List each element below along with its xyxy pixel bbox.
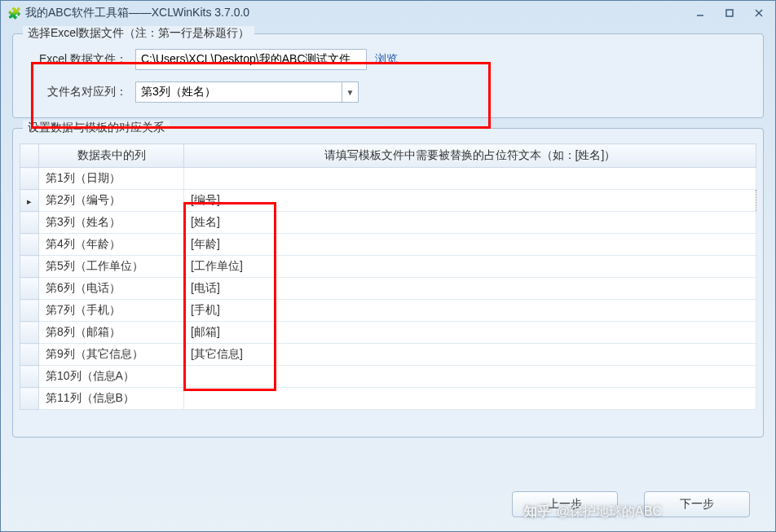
svg-rect-1 [726,10,733,16]
row-indicator-cell [20,212,39,234]
row-indicator-cell [20,278,39,300]
col-name-cell: 第9列（其它信息） [39,344,184,366]
col-name-cell: 第11列（信息B） [39,388,184,410]
placeholder-cell[interactable]: [手机] [184,300,756,322]
app-window: 🧩 我的ABC软件工具箱——XCLWinKits 3.7.0.0 选择Excel… [0,0,776,532]
col-header-placeholder: 请填写模板文件中需要被替换的占位符文本（如：[姓名]） [184,144,756,168]
table-row[interactable]: 第9列（其它信息）[其它信息] [20,344,756,366]
minimize-button[interactable] [690,6,710,20]
filename-column-value: 第3列（姓名） [135,81,342,103]
row-indicator-cell [20,366,39,388]
filename-column-label: 文件名对应列： [28,85,135,99]
mapping-group: 设置数据与模板的对应关系 数据表中的列 请填写模板文件中需要被替换的占位符文本（… [12,128,764,437]
col-name-cell: 第8列（邮箱） [39,322,184,344]
row-indicator-cell [20,388,39,410]
next-button[interactable]: 下一步 [644,491,750,517]
row-indicator-cell [20,168,39,190]
table-row[interactable]: 第1列（日期） [20,168,756,190]
row-indicator-cell [20,344,39,366]
col-name-cell: 第5列（工作单位） [39,256,184,278]
row-header-col [20,144,39,168]
table-row[interactable]: 第5列（工作单位）[工作单位] [20,256,756,278]
mapping-table: 数据表中的列 请填写模板文件中需要被替换的占位符文本（如：[姓名]） 第1列（日… [20,143,756,410]
window-controls [690,6,769,20]
browse-link[interactable]: 浏览 [375,52,398,67]
placeholder-cell[interactable]: [工作单位] [184,256,756,278]
table-row[interactable]: ▸第2列（编号）[编号] [20,190,756,212]
col-name-cell: 第7列（手机） [39,300,184,322]
row-indicator-cell [20,300,39,322]
col-name-cell: 第1列（日期） [39,168,184,190]
excel-group-title: 选择Excel数据文件（注：第一行是标题行） [23,26,254,41]
content-area: 选择Excel数据文件（注：第一行是标题行） Excel 数据文件： 浏览 文件… [1,25,775,455]
table-row[interactable]: 第8列（邮箱）[邮箱] [20,322,756,344]
filename-column-row: 文件名对应列： 第3列（姓名） ▼ [28,81,748,103]
chevron-down-icon[interactable]: ▼ [342,81,359,103]
row-indicator-icon: ▸ [27,196,32,206]
mapping-group-title: 设置数据与模板的对应关系 [23,121,170,135]
placeholder-cell[interactable]: [邮箱] [184,322,756,344]
col-name-cell: 第6列（电话） [39,278,184,300]
excel-file-label: Excel 数据文件： [28,52,135,67]
col-name-cell: 第3列（姓名） [39,212,184,234]
row-indicator-cell [20,322,39,344]
col-header-name: 数据表中的列 [39,144,184,168]
col-name-cell: 第4列（年龄） [39,234,184,256]
table-row[interactable]: 第7列（手机）[手机] [20,300,756,322]
table-row[interactable]: 第4列（年龄）[年龄] [20,234,756,256]
row-indicator-cell [20,256,39,278]
maximize-button[interactable] [720,6,739,20]
placeholder-cell[interactable] [184,388,756,410]
placeholder-cell[interactable] [184,168,756,190]
table-row[interactable]: 第10列（信息A） [20,366,756,388]
placeholder-cell[interactable]: [其它信息] [184,344,756,366]
col-name-cell: 第10列（信息A） [39,366,184,388]
col-name-cell: 第2列（编号） [39,190,184,212]
placeholder-cell[interactable]: [编号] [184,190,756,212]
placeholder-cell[interactable]: [姓名] [184,212,756,234]
row-indicator-cell [20,234,39,256]
app-icon: 🧩 [7,7,20,20]
placeholder-cell[interactable]: [电话] [184,278,756,300]
table-row[interactable]: 第3列（姓名）[姓名] [20,212,756,234]
prev-button[interactable]: 上一步 [512,491,618,517]
row-indicator-cell: ▸ [20,190,39,212]
excel-file-input[interactable] [135,49,367,70]
window-title: 我的ABC软件工具箱——XCLWinKits 3.7.0.0 [25,6,690,20]
placeholder-cell[interactable] [184,366,756,388]
placeholder-cell[interactable]: [年龄] [184,234,756,256]
excel-file-row: Excel 数据文件： 浏览 [28,49,748,70]
titlebar: 🧩 我的ABC软件工具箱——XCLWinKits 3.7.0.0 [1,1,775,25]
filename-column-combo[interactable]: 第3列（姓名） ▼ [135,81,359,103]
table-row[interactable]: 第6列（电话）[电话] [20,278,756,300]
table-row[interactable]: 第11列（信息B） [20,388,756,410]
excel-file-group: 选择Excel数据文件（注：第一行是标题行） Excel 数据文件： 浏览 文件… [12,33,764,118]
footer-buttons: 上一步 下一步 [500,485,761,524]
close-button[interactable] [749,6,769,20]
